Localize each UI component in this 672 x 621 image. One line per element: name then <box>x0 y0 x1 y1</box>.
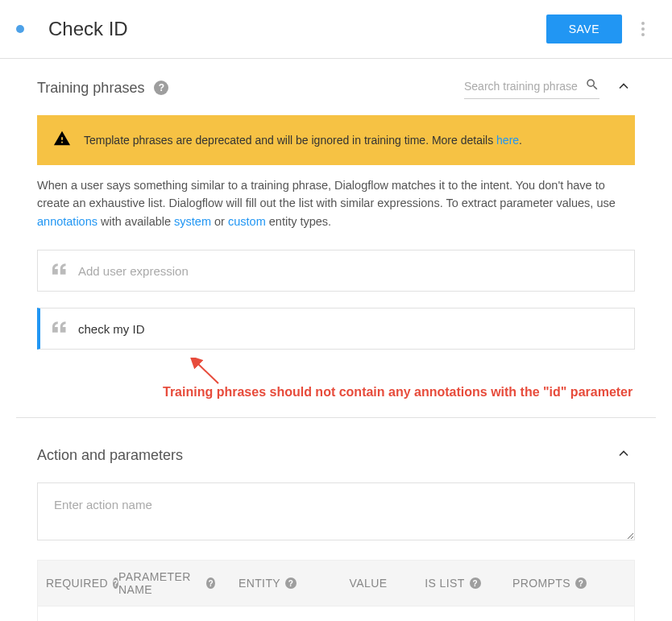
training-phrase-row[interactable]: check my ID <box>37 308 635 350</box>
annotations-link[interactable]: annotations <box>37 215 97 228</box>
param-table-header: REQUIRED? PARAMETER NAME? ENTITY? VALUE … <box>37 560 635 607</box>
help-icon[interactable]: ? <box>470 578 481 589</box>
page-title: Check ID <box>48 18 546 40</box>
arrow-annotation-icon <box>190 358 222 387</box>
help-icon[interactable]: ? <box>113 578 118 589</box>
warning-link[interactable]: here <box>496 134 519 147</box>
custom-link[interactable]: custom <box>228 215 266 228</box>
help-icon[interactable]: ? <box>154 81 168 95</box>
warning-text: Template phrases are deprecated and will… <box>84 134 496 147</box>
action-parameters-title: Action and parameters <box>37 447 183 464</box>
system-link[interactable]: system <box>174 215 211 228</box>
collapse-icon[interactable] <box>612 442 635 468</box>
intent-status-dot <box>16 25 24 33</box>
parameter-row[interactable]: id @id $id Please provide ... <box>37 607 635 621</box>
save-button[interactable]: SAVE <box>546 14 622 43</box>
search-input[interactable] <box>464 80 585 93</box>
search-icon[interactable] <box>585 77 599 95</box>
add-phrase-box[interactable] <box>37 250 635 292</box>
warning-period: . <box>519 134 522 147</box>
quote-icon <box>52 263 67 278</box>
help-icon[interactable]: ? <box>575 578 587 589</box>
training-description: When a user says something similar to a … <box>37 176 635 230</box>
warning-banner: Template phrases are deprecated and will… <box>37 115 635 165</box>
add-phrase-input[interactable] <box>78 264 620 278</box>
annotation-note: Training phrases should not contain any … <box>163 385 633 400</box>
action-name-input[interactable] <box>37 482 635 540</box>
quote-icon <box>52 321 67 336</box>
section-divider <box>16 417 656 418</box>
svg-line-0 <box>197 362 218 383</box>
kebab-menu-icon[interactable] <box>638 19 648 39</box>
help-icon[interactable]: ? <box>285 578 297 589</box>
help-icon[interactable]: ? <box>206 578 215 589</box>
warning-icon <box>53 130 71 151</box>
training-phrases-title: Training phrases <box>37 80 144 97</box>
collapse-icon[interactable] <box>612 75 635 101</box>
phrase-text: check my ID <box>78 322 145 336</box>
